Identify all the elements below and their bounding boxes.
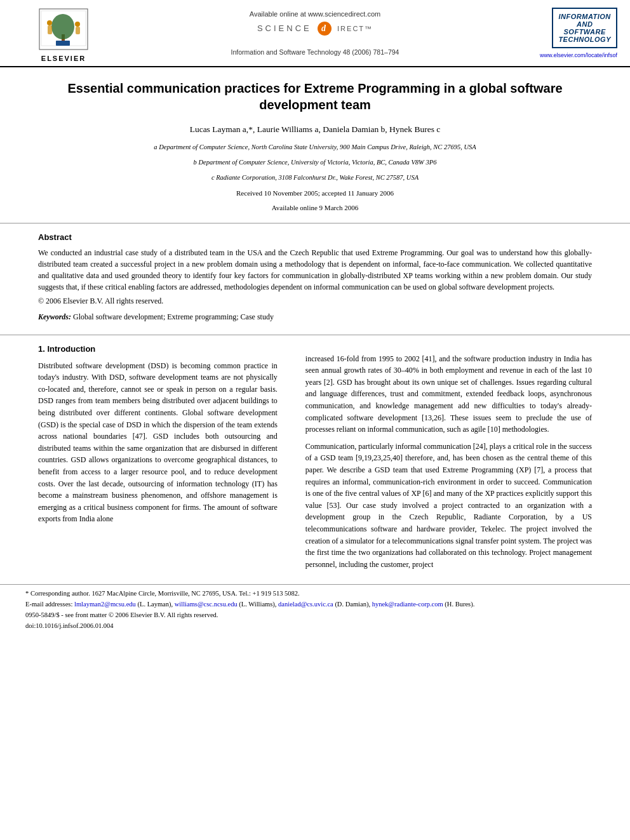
keywords-values: Global software development; Extreme pro…: [73, 312, 274, 321]
available-online-text: Available online at www.sciencedirect.co…: [114, 10, 516, 18]
keywords-label: Keywords:: [38, 312, 71, 321]
svg-rect-4: [48, 25, 52, 34]
abstract-body: We conducted an industrial case study of…: [38, 247, 592, 293]
email1-name: (L. Layman),: [137, 601, 173, 608]
sciencedirect-d-icon: d: [318, 22, 332, 36]
footnotes-section: * Corresponding author. 1627 MacAlpine C…: [0, 584, 630, 637]
journal-volume-info: Information and Software Technology 48 (…: [114, 48, 516, 56]
journal-title-line3: SOFTWARE: [558, 28, 611, 36]
svg-point-2: [51, 14, 74, 39]
sciencedirect-logo: SCIENCE d IRECT™: [114, 22, 516, 36]
email2-name: (L. Williams),: [239, 601, 276, 608]
available-date: Available online 9 March 2006: [38, 202, 592, 214]
left-column: 1. Introduction Distributed software dev…: [13, 335, 285, 585]
section1-para3: Communication, particularly informal com…: [305, 441, 592, 571]
email4-name: (H. Bures).: [445, 601, 474, 608]
journal-title-section: INFORMATION AND SOFTWARE TECHNOLOGY www.…: [516, 8, 617, 58]
issn-line: 0950-5849/$ - see front matter © 2006 El…: [25, 610, 617, 621]
copyright-notice: © 2006 Elsevier B.V. All rights reserved…: [38, 297, 592, 306]
elsevier-wordmark: ELSEVIER: [41, 55, 86, 62]
svg-rect-6: [76, 27, 80, 34]
email-label: E-mail addresses:: [25, 601, 72, 608]
page: ELSEVIER Available online at www.science…: [0, 0, 630, 840]
article-header: Essential communication practices for Ex…: [0, 67, 630, 223]
section1-para2: increased 16-fold from 1995 to 2002 [41]…: [305, 344, 592, 436]
affiliation-c: c Radiante Corporation, 3108 Falconhurst…: [38, 173, 592, 183]
journal-title-line1: INFORMATION: [558, 13, 611, 20]
journal-title-line4: TECHNOLOGY: [558, 36, 611, 43]
main-content: 1. Introduction Distributed software dev…: [0, 335, 630, 585]
elsevier-logo-section: ELSEVIER: [13, 8, 114, 62]
svg-point-3: [47, 20, 52, 25]
received-date: Received 10 November 2005; accepted 11 J…: [38, 187, 592, 199]
authors: Lucas Layman a,*, Laurie Williams a, Dan…: [38, 124, 592, 135]
svg-rect-7: [56, 41, 70, 46]
section1-para1: Distributed software development (DSD) i…: [38, 360, 278, 525]
journal-title-box: INFORMATION AND SOFTWARE TECHNOLOGY: [552, 8, 617, 48]
corresponding-author-note: * Corresponding author. 1627 MacAlpine C…: [25, 589, 617, 599]
abstract-heading: Abstract: [38, 232, 592, 242]
right-column: increased 16-fold from 1995 to 2002 [41]…: [298, 335, 617, 585]
email3-name: (D. Damian),: [335, 601, 370, 608]
header-center: Available online at www.sciencedirect.co…: [114, 8, 516, 56]
doi-line: doi:10.1016/j.infsof.2006.01.004: [25, 621, 617, 632]
svg-point-5: [75, 22, 80, 27]
email-addresses: E-mail addresses: lmlayman2@mcsu.edu (L.…: [25, 599, 617, 610]
email2[interactable]: williams@csc.ncsu.edu: [175, 601, 238, 608]
email1[interactable]: lmlayman2@mcsu.edu: [74, 601, 136, 608]
affiliation-b: b Department of Computer Science, Univer…: [38, 157, 592, 168]
email3[interactable]: danielad@cs.uvic.ca: [278, 601, 333, 608]
journal-header: ELSEVIER Available online at www.science…: [0, 0, 630, 67]
keywords-line: Keywords: Global software development; E…: [38, 312, 592, 328]
journal-url: www.elsevier.com/locate/infsof: [540, 52, 617, 58]
section1-heading: 1. Introduction: [38, 344, 278, 354]
elsevier-tree-logo: [38, 8, 89, 52]
article-title: Essential communication practices for Ex…: [38, 80, 592, 113]
affiliation-a: a Department of Computer Science, North …: [38, 142, 592, 152]
abstract-section: Abstract We conducted an industrial case…: [0, 223, 630, 335]
email4[interactable]: hynek@radiante-corp.com: [372, 601, 443, 608]
journal-title-line2: AND: [558, 20, 611, 28]
